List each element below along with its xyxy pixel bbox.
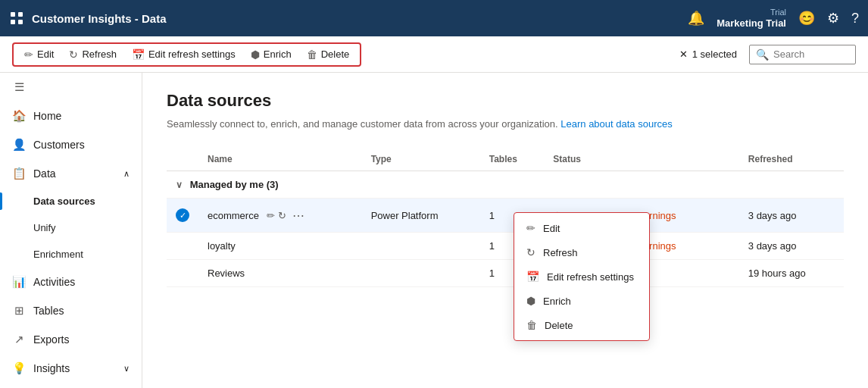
hamburger-icon: ☰ [12, 80, 26, 94]
context-enrich-icon: ⬢ [526, 295, 535, 307]
insights-icon: 💡 [12, 361, 26, 375]
search-box[interactable]: 🔍 [749, 45, 856, 64]
sidebar-item-activities[interactable]: 📊 Activities [0, 268, 142, 296]
group-header-managed: ∨ Managed by me (3) [167, 171, 844, 199]
close-icon[interactable]: ✕ [679, 48, 688, 60]
toolbar-action-group: ✏ Edit ↻ Refresh 📅 Edit refresh settings… [12, 42, 361, 67]
sidebar-item-tables[interactable]: ⊞ Tables [0, 296, 142, 325]
trial-badge: Trial Marketing Trial [717, 8, 786, 30]
sidebar-item-enrichment[interactable]: Enrichment [0, 241, 142, 268]
col-check [167, 148, 198, 171]
delete-icon: 🗑 [307, 48, 317, 61]
help-icon[interactable]: ? [851, 11, 859, 27]
context-enrich[interactable]: ⬢ Enrich [514, 289, 649, 313]
row-type-reviews [362, 260, 480, 287]
row-refreshed-reviews: 19 hours ago [739, 260, 844, 287]
selected-count: ✕ 1 selected [679, 48, 737, 60]
data-sources-table: Name Type Tables Status Refreshed ∨ Mana… [167, 148, 844, 287]
nav-left: Customer Insights - Data [9, 11, 167, 26]
table-row[interactable]: ✓ ecommerce ✏ ↻ ⋯ Power Platform 1 [167, 199, 844, 233]
row-check-reviews[interactable] [167, 260, 198, 287]
sidebar-item-customers[interactable]: 👤 Customers [0, 130, 142, 159]
table-row[interactable]: Reviews 1 ✓ Successful 19 hours ago [167, 260, 844, 287]
refresh-button[interactable]: ↻ Refresh [61, 45, 124, 64]
context-delete-icon: 🗑 [526, 319, 537, 331]
action-toolbar: ✏ Edit ↻ Refresh 📅 Edit refresh settings… [0, 36, 868, 73]
row-actions: ecommerce ✏ ↻ ⋯ [208, 206, 353, 224]
row-name-ecommerce: ecommerce ✏ ↻ ⋯ [198, 199, 362, 233]
row-refreshed-loyalty: 3 days ago [739, 233, 844, 260]
row-name-reviews: Reviews [198, 260, 362, 287]
context-edit-refresh-icon: 📅 [526, 271, 539, 283]
app-title: Customer Insights - Data [32, 12, 167, 25]
main-layout: ☰ 🏠 Home 👤 Customers 📋 Data ∧ Data sourc… [0, 73, 868, 388]
top-navigation: Customer Insights - Data 🔔 Trial Marketi… [0, 0, 868, 36]
toolbar-right: ✕ 1 selected 🔍 [679, 45, 856, 64]
context-edit-icon: ✏ [526, 222, 535, 234]
apps-icon[interactable] [9, 11, 24, 26]
delete-button[interactable]: 🗑 Delete [299, 45, 358, 64]
edit-row-icon[interactable]: ✏ [267, 210, 275, 221]
sidebar: ☰ 🏠 Home 👤 Customers 📋 Data ∧ Data sourc… [0, 73, 142, 388]
col-tables: Tables [480, 148, 545, 171]
tables-icon: ⊞ [12, 304, 26, 318]
context-refresh-icon: ↻ [526, 246, 535, 258]
refresh-row-icon[interactable]: ↻ [278, 210, 286, 221]
enrich-button[interactable]: ⬢ Enrich [243, 45, 299, 64]
sidebar-item-insights[interactable]: 💡 Insights ∨ [0, 354, 142, 383]
bell-icon[interactable]: 🔔 [688, 10, 704, 27]
svg-rect-2 [11, 20, 15, 24]
sidebar-item-exports[interactable]: ↗ Exports [0, 325, 142, 354]
col-type: Type [362, 148, 480, 171]
sidebar-item-data[interactable]: 📋 Data ∧ [0, 159, 142, 188]
edit-refresh-button[interactable]: 📅 Edit refresh settings [124, 45, 243, 64]
main-content: Data sources Seamlessly connect to, enri… [142, 73, 868, 388]
more-options-trigger[interactable]: ⋯ [289, 206, 308, 224]
group-chevron[interactable]: ∨ [176, 180, 183, 190]
check-icon: ✓ [176, 208, 189, 222]
row-check-ecommerce[interactable]: ✓ [167, 199, 198, 233]
context-edit[interactable]: ✏ Edit [514, 216, 649, 240]
table-row[interactable]: loyalty 1 ⚠ Completed with warnings 3 da… [167, 233, 844, 260]
row-type-ecommerce: Power Platform [362, 199, 480, 233]
context-delete[interactable]: 🗑 Delete [514, 313, 649, 337]
row-type-loyalty [362, 233, 480, 260]
row-check-loyalty[interactable] [167, 233, 198, 260]
settings-icon[interactable]: ⚙ [827, 10, 839, 27]
page-title: Data sources [167, 91, 844, 111]
sidebar-item-settings[interactable]: ⚙ Settings ∨ [0, 383, 142, 388]
sidebar-hamburger[interactable]: ☰ [0, 73, 142, 102]
edit-refresh-icon: 📅 [132, 48, 145, 61]
sidebar-item-data-sources[interactable]: Data sources [0, 188, 142, 214]
page-description: Seamlessly connect to, enrich, and manag… [167, 118, 844, 130]
col-name: Name [198, 148, 362, 171]
data-icon: 📋 [12, 167, 26, 180]
search-icon: 🔍 [756, 48, 769, 61]
enrich-icon: ⬢ [251, 48, 260, 61]
user-icon[interactable]: 😊 [798, 10, 815, 27]
exports-icon: ↗ [12, 333, 26, 346]
edit-button[interactable]: ✏ Edit [17, 45, 61, 64]
sidebar-item-unify[interactable]: Unify [0, 214, 142, 241]
chevron-down-icon: ∨ [123, 364, 130, 374]
col-refreshed: Refreshed [739, 148, 844, 171]
search-input[interactable] [773, 48, 849, 60]
row-refreshed-ecommerce: 3 days ago [739, 199, 844, 233]
edit-icon: ✏ [24, 48, 33, 61]
col-status: Status [544, 148, 739, 171]
svg-rect-3 [18, 20, 23, 24]
learn-link[interactable]: Learn about data sources [560, 118, 672, 130]
svg-rect-1 [18, 12, 23, 17]
chevron-up-icon: ∧ [123, 169, 130, 179]
customers-icon: 👤 [12, 138, 26, 152]
activities-icon: 📊 [12, 275, 26, 289]
svg-rect-0 [11, 12, 15, 17]
context-refresh[interactable]: ↻ Refresh [514, 240, 649, 264]
home-icon: 🏠 [12, 109, 26, 123]
context-menu: ✏ Edit ↻ Refresh 📅 Edit refresh settings… [514, 212, 650, 341]
context-edit-refresh[interactable]: 📅 Edit refresh settings [514, 264, 649, 289]
sidebar-item-home[interactable]: 🏠 Home [0, 102, 142, 130]
row-name-loyalty: loyalty [198, 233, 362, 260]
refresh-icon: ↻ [69, 48, 78, 61]
nav-right: 🔔 Trial Marketing Trial 😊 ⚙ ? [688, 8, 859, 30]
